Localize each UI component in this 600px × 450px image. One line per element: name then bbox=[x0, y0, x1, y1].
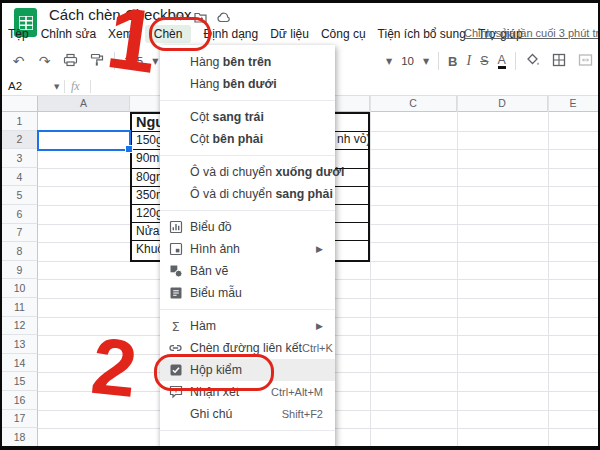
row-header-7[interactable]: 7 bbox=[2, 224, 38, 243]
name-box-arrow-icon[interactable]: ▼ bbox=[54, 83, 59, 91]
menu-item-chart[interactable]: Biểu đồ bbox=[160, 216, 335, 238]
row-header-2[interactable]: 2 bbox=[2, 131, 38, 150]
row-header-10[interactable]: 10 bbox=[2, 279, 38, 298]
drawing-icon bbox=[168, 264, 183, 278]
font-arrow-icon[interactable]: ▼ bbox=[386, 57, 392, 66]
borders-icon[interactable] bbox=[551, 53, 568, 70]
menu-item-cells-shift-down[interactable]: Ô và di chuyển xuống dưới bbox=[160, 161, 335, 183]
name-box[interactable]: A2 bbox=[8, 80, 22, 92]
menu-divider bbox=[160, 210, 335, 211]
menubar-item-format[interactable]: Định dạng bbox=[203, 25, 258, 43]
row-header-13[interactable]: 13 bbox=[2, 335, 38, 354]
row-header-12[interactable]: 12 bbox=[2, 317, 38, 336]
menu-item-note[interactable]: Ghi chú Shift+F2 bbox=[160, 403, 335, 425]
row-header-14[interactable]: 14 bbox=[2, 354, 38, 373]
paint-format-icon[interactable] bbox=[88, 53, 105, 70]
redo-icon[interactable]: ↷ bbox=[36, 53, 53, 69]
undo-icon[interactable]: ↶ bbox=[10, 53, 27, 69]
menubar: Tệp Chỉnh sửa Xem Chèn Định dạng Dữ liệu… bbox=[8, 24, 523, 44]
link-icon bbox=[168, 341, 183, 355]
chart-icon bbox=[168, 220, 183, 234]
menu-item-form[interactable]: Biểu mẫu bbox=[160, 282, 335, 304]
row-header-15[interactable]: 15 bbox=[2, 372, 38, 391]
row-header-4[interactable]: 4 bbox=[2, 168, 38, 187]
gridline bbox=[370, 95, 371, 447]
submenu-arrow-icon: ▶ bbox=[316, 321, 323, 331]
selected-cell-a2[interactable] bbox=[37, 130, 131, 151]
gridline bbox=[457, 95, 458, 447]
sigma-icon: Σ bbox=[168, 319, 183, 334]
fill-color-icon[interactable] bbox=[525, 53, 542, 70]
google-sheets-window: Cách chèn Checkbox ☆ Tệp Chỉnh sửa Xem C… bbox=[0, 0, 600, 450]
merge-cells-icon[interactable] bbox=[577, 53, 594, 70]
menu-item-drawing[interactable]: Bản vẽ bbox=[160, 260, 335, 282]
print-icon[interactable] bbox=[62, 53, 79, 70]
row-header-18[interactable]: 18 bbox=[2, 428, 38, 447]
menu-divider bbox=[160, 309, 335, 310]
submenu-arrow-icon: ▶ bbox=[316, 244, 323, 254]
form-icon bbox=[168, 286, 183, 300]
row-header-6[interactable]: 6 bbox=[2, 205, 38, 224]
menu-divider bbox=[160, 430, 335, 431]
font-size-arrow-icon[interactable]: ▼ bbox=[423, 57, 429, 66]
insert-menu-highlight-oval bbox=[149, 17, 211, 51]
fx-icon: fx bbox=[71, 79, 80, 94]
menubar-item-edit[interactable]: Chỉnh sửa bbox=[41, 25, 96, 43]
column-header-a[interactable]: A bbox=[38, 95, 130, 112]
row-header-3[interactable]: 3 bbox=[2, 149, 38, 168]
menu-item-row-below[interactable]: Hàng bên dưới bbox=[160, 73, 335, 95]
frame-border bbox=[0, 446, 600, 450]
column-header-e[interactable]: E bbox=[548, 95, 598, 112]
menu-item-function[interactable]: Σ Hàm ▶ bbox=[160, 315, 335, 337]
menubar-item-data[interactable]: Dữ liệu bbox=[270, 25, 309, 43]
text-color-button[interactable]: A bbox=[498, 54, 506, 69]
fill-handle[interactable] bbox=[125, 145, 133, 153]
checkbox-highlight-oval bbox=[154, 354, 274, 391]
menubar-item-addons[interactable]: Tiện ích bổ sung bbox=[378, 25, 466, 43]
row-header-5[interactable]: 5 bbox=[2, 186, 38, 205]
menu-item-column-left[interactable]: Cột sang trái bbox=[160, 106, 335, 128]
frame-border bbox=[0, 0, 2, 450]
menu-divider bbox=[160, 100, 335, 101]
row-header-17[interactable]: 17 bbox=[2, 410, 38, 429]
menu-item-cells-shift-right[interactable]: Ô và di chuyển sang phải bbox=[160, 183, 335, 205]
select-all-corner[interactable] bbox=[2, 95, 38, 112]
italic-button[interactable]: I bbox=[467, 53, 472, 69]
font-size-select[interactable]: 10 bbox=[401, 55, 414, 67]
image-icon bbox=[168, 242, 183, 256]
cell-b2-overflow-text: nh vỏ) bbox=[337, 132, 370, 146]
bold-button[interactable]: B bbox=[448, 54, 457, 69]
row-header-9[interactable]: 9 bbox=[2, 261, 38, 280]
column-header-c[interactable]: C bbox=[370, 95, 457, 112]
last-edit-link[interactable]: Chỉnh sửa lần cuối 3 phút trước bbox=[464, 27, 600, 39]
column-header-d[interactable]: D bbox=[457, 95, 548, 112]
menu-item-image[interactable]: Hình ảnh ▶ bbox=[160, 238, 335, 260]
gridline bbox=[548, 95, 549, 447]
menu-item-column-right[interactable]: Cột bên phải bbox=[160, 128, 335, 150]
row-header-11[interactable]: 11 bbox=[2, 298, 38, 317]
menu-divider bbox=[160, 155, 335, 156]
frame-border bbox=[0, 0, 600, 3]
row-header-16[interactable]: 16 bbox=[2, 391, 38, 410]
row-header-1[interactable]: 1 bbox=[2, 112, 38, 131]
strikethrough-button[interactable]: S bbox=[480, 54, 488, 68]
menubar-item-file[interactable]: Tệp bbox=[8, 25, 29, 43]
step-2-annotation: 2 bbox=[88, 326, 141, 410]
menu-item-row-above[interactable]: Hàng bên trên bbox=[160, 51, 335, 73]
menubar-item-tools[interactable]: Công cụ bbox=[321, 25, 366, 43]
row-header-8[interactable]: 8 bbox=[2, 242, 38, 261]
